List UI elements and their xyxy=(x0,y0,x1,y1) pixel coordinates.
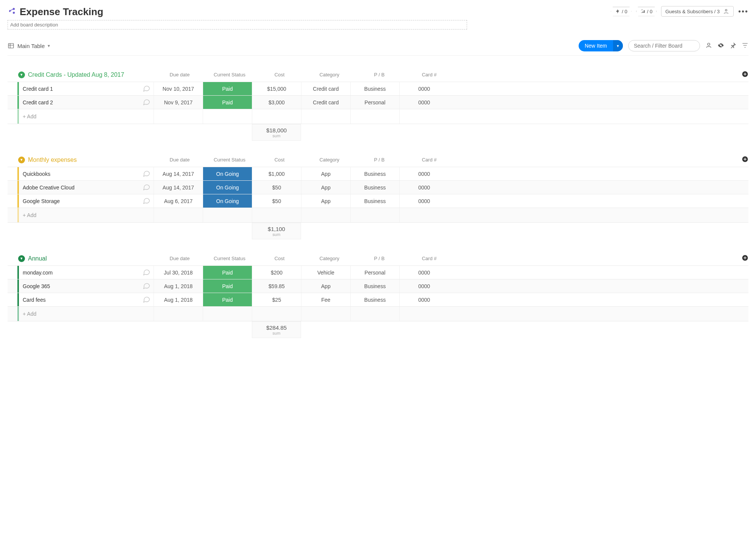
conversation-icon[interactable] xyxy=(142,169,151,178)
automations-badge[interactable]: / 0 xyxy=(636,7,657,16)
new-item-dropdown[interactable]: ▾ xyxy=(613,40,623,51)
search-input[interactable] xyxy=(628,40,700,51)
column-header-cost[interactable]: Cost xyxy=(255,72,304,78)
group-title[interactable]: Annual xyxy=(28,255,47,262)
cell-due-date[interactable]: Aug 14, 2017 xyxy=(154,181,203,194)
item-name[interactable]: monday.com xyxy=(23,270,53,276)
item-name[interactable]: Adobe Creative Cloud xyxy=(23,185,75,191)
cell-pb[interactable]: Business xyxy=(350,82,399,95)
cell-status[interactable]: On Going xyxy=(203,181,252,194)
cell-pb[interactable]: Personal xyxy=(350,266,399,279)
table-row[interactable]: Google Storage Aug 6, 2017 On Going $50 … xyxy=(8,194,748,208)
cell-pb[interactable]: Business xyxy=(350,279,399,293)
cell-category[interactable]: App xyxy=(301,167,350,180)
cell-category[interactable]: App xyxy=(301,181,350,194)
conversation-icon[interactable] xyxy=(142,84,151,93)
column-header-due-date[interactable]: Due date xyxy=(155,72,204,78)
cell-category[interactable]: Credit card xyxy=(301,96,350,109)
cell-pb[interactable]: Business xyxy=(350,181,399,194)
cell-status[interactable]: Paid xyxy=(203,96,252,109)
cell-status[interactable]: On Going xyxy=(203,167,252,180)
add-item-row[interactable]: + Add xyxy=(8,306,748,321)
cell-pb[interactable]: Business xyxy=(350,194,399,208)
integrations-badge[interactable]: / 0 xyxy=(611,7,631,16)
column-header-cost[interactable]: Cost xyxy=(255,157,304,163)
cell-status[interactable]: Paid xyxy=(203,266,252,279)
cell-cost[interactable]: $3,000 xyxy=(252,96,301,109)
column-header-due-date[interactable]: Due date xyxy=(155,256,204,261)
add-item-row[interactable]: + Add xyxy=(8,109,748,124)
column-header-card[interactable]: Card # xyxy=(405,72,454,78)
column-header-pb[interactable]: P / B xyxy=(355,256,404,261)
board-title[interactable]: Expense Tracking xyxy=(20,6,103,18)
cell-category[interactable]: Credit card xyxy=(301,82,350,95)
add-item-row[interactable]: + Add xyxy=(8,208,748,223)
cell-due-date[interactable]: Aug 1, 2018 xyxy=(154,279,203,293)
table-row[interactable]: Card fees Aug 1, 2018 Paid $25 Fee Busin… xyxy=(8,293,748,306)
column-header-category[interactable]: Category xyxy=(305,72,354,78)
cell-cost[interactable]: $1,000 xyxy=(252,167,301,180)
more-menu-icon[interactable]: ••• xyxy=(738,7,748,16)
hide-icon[interactable] xyxy=(717,42,724,50)
group-title[interactable]: Monthly expenses xyxy=(28,157,77,163)
cell-category[interactable]: App xyxy=(301,194,350,208)
cell-status[interactable]: On Going xyxy=(203,194,252,208)
column-header-due-date[interactable]: Due date xyxy=(155,157,204,163)
conversation-icon[interactable] xyxy=(142,268,151,277)
conversation-icon[interactable] xyxy=(142,183,151,192)
filter-icon[interactable] xyxy=(742,42,748,50)
cell-status[interactable]: Paid xyxy=(203,82,252,95)
cell-status[interactable]: Paid xyxy=(203,293,252,306)
cell-card[interactable]: 0000 xyxy=(399,167,449,180)
board-description-input[interactable] xyxy=(8,20,467,29)
cell-cost[interactable]: $50 xyxy=(252,194,301,208)
add-column-button[interactable] xyxy=(742,71,748,79)
cell-card[interactable]: 0000 xyxy=(399,293,449,306)
cell-cost[interactable]: $200 xyxy=(252,266,301,279)
column-header-status[interactable]: Current Status xyxy=(205,72,254,78)
cell-card[interactable]: 0000 xyxy=(399,96,449,109)
item-name[interactable]: Quickbooks xyxy=(23,171,50,177)
add-column-button[interactable] xyxy=(742,254,748,262)
column-header-category[interactable]: Category xyxy=(305,256,354,261)
cell-card[interactable]: 0000 xyxy=(399,181,449,194)
cell-cost[interactable]: $50 xyxy=(252,181,301,194)
item-name[interactable]: Google Storage xyxy=(23,198,60,204)
cell-card[interactable]: 0000 xyxy=(399,82,449,95)
conversation-icon[interactable] xyxy=(142,98,151,107)
cell-pb[interactable]: Personal xyxy=(350,96,399,109)
cell-cost[interactable]: $25 xyxy=(252,293,301,306)
table-row[interactable]: Quickbooks Aug 14, 2017 On Going $1,000 … xyxy=(8,167,748,180)
pin-icon[interactable] xyxy=(730,42,736,50)
cell-due-date[interactable]: Nov 10, 2017 xyxy=(154,82,203,95)
conversation-icon[interactable] xyxy=(142,281,151,291)
table-row[interactable]: Credit card 1 Nov 10, 2017 Paid $15,000 … xyxy=(8,82,748,95)
cell-pb[interactable]: Business xyxy=(350,293,399,306)
table-row[interactable]: Google 365 Aug 1, 2018 Paid $59.85 App B… xyxy=(8,279,748,293)
table-row[interactable]: Adobe Creative Cloud Aug 14, 2017 On Goi… xyxy=(8,180,748,194)
column-header-pb[interactable]: P / B xyxy=(355,72,404,78)
share-icon[interactable] xyxy=(8,7,16,17)
cell-due-date[interactable]: Aug 1, 2018 xyxy=(154,293,203,306)
table-row[interactable]: monday.com Jul 30, 2018 Paid $200 Vehicl… xyxy=(8,265,748,279)
cell-due-date[interactable]: Nov 9, 2017 xyxy=(154,96,203,109)
cell-pb[interactable]: Business xyxy=(350,167,399,180)
column-header-status[interactable]: Current Status xyxy=(205,157,254,163)
column-header-pb[interactable]: P / B xyxy=(355,157,404,163)
cell-card[interactable]: 0000 xyxy=(399,279,449,293)
cell-due-date[interactable]: Aug 6, 2017 xyxy=(154,194,203,208)
group-collapse-toggle[interactable]: ▾ xyxy=(18,71,25,78)
table-row[interactable]: Credit card 2 Nov 9, 2017 Paid $3,000 Cr… xyxy=(8,95,748,109)
cell-category[interactable]: App xyxy=(301,279,350,293)
conversation-icon[interactable] xyxy=(142,196,151,206)
group-title[interactable]: Credit Cards - Updated Aug 8, 2017 xyxy=(28,71,124,78)
cell-status[interactable]: Paid xyxy=(203,279,252,293)
view-switcher[interactable]: Main Table ▾ xyxy=(8,42,50,49)
column-header-status[interactable]: Current Status xyxy=(205,256,254,261)
group-collapse-toggle[interactable]: ▾ xyxy=(18,255,25,262)
item-name[interactable]: Google 365 xyxy=(23,283,50,289)
cell-cost[interactable]: $15,000 xyxy=(252,82,301,95)
cell-due-date[interactable]: Aug 14, 2017 xyxy=(154,167,203,180)
column-header-card[interactable]: Card # xyxy=(405,157,454,163)
column-header-category[interactable]: Category xyxy=(305,157,354,163)
